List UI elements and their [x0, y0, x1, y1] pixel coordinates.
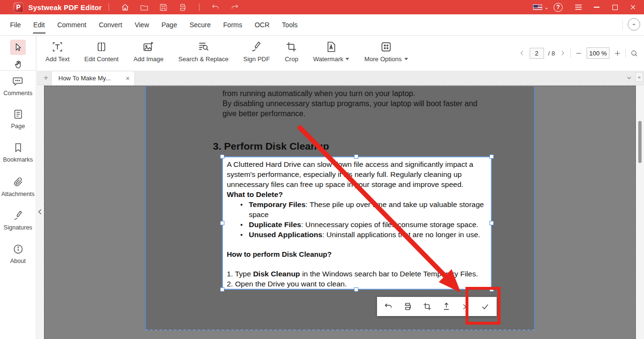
page-text-line: give better performance.	[222, 109, 305, 118]
vertical-scrollbar[interactable]	[638, 121, 642, 163]
collapse-ribbon-button[interactable]	[628, 18, 640, 31]
menu-button[interactable]	[571, 1, 586, 13]
pdf-page[interactable]: from running automatically when you turn…	[145, 87, 535, 330]
undo-button[interactable]	[380, 298, 397, 315]
cancel-button[interactable]	[457, 298, 474, 315]
maximize-button[interactable]	[608, 1, 622, 13]
resize-handle-mid-left[interactable]	[220, 221, 224, 225]
zoom-out-button[interactable]	[575, 50, 582, 57]
zoom-in-button[interactable]	[614, 50, 621, 57]
prev-page-button[interactable]	[519, 50, 525, 56]
add-image-icon	[142, 41, 155, 53]
resize-handle-bottom-center[interactable]	[354, 287, 358, 292]
search-replace-icon	[197, 41, 210, 53]
textbox-how-heading: How to perform Disk Cleanup?	[227, 249, 487, 259]
current-page-input[interactable]	[530, 48, 544, 59]
menu-ocr[interactable]: OCR	[248, 18, 276, 32]
add-image-button[interactable]: Add Image	[133, 40, 165, 64]
watermark-button[interactable]: Watermark	[312, 40, 350, 64]
home-button[interactable]	[119, 1, 132, 13]
checkmark-icon	[480, 302, 490, 311]
minimize-button[interactable]	[589, 1, 604, 13]
document-tab[interactable]: How To Make My... ×	[51, 71, 135, 85]
undo-icon	[384, 302, 393, 311]
save-icon	[159, 3, 168, 12]
resize-handle-mid-right[interactable]	[489, 221, 494, 225]
help-button[interactable]: ?	[554, 3, 563, 12]
save-button[interactable]	[157, 1, 170, 13]
titlebar-separator	[199, 3, 200, 11]
close-icon	[462, 303, 470, 311]
menu-comment[interactable]: Comment	[51, 18, 93, 32]
right-panel-collapse-button[interactable]: «	[635, 72, 643, 82]
resize-handle-top-right[interactable]	[489, 154, 494, 159]
undo-button[interactable]	[210, 1, 222, 13]
export-button[interactable]	[438, 298, 455, 315]
close-window-button[interactable]	[626, 1, 640, 13]
print-button[interactable]	[177, 1, 189, 13]
crop-button[interactable]: Crop	[284, 40, 299, 64]
maximize-icon	[612, 5, 618, 10]
open-file-button[interactable]	[138, 1, 151, 13]
page-text-line: from running automatically when you turn…	[222, 89, 415, 98]
menu-page[interactable]: Page	[155, 18, 184, 32]
sidebar-divider	[0, 70, 36, 71]
menu-edit[interactable]: Edit	[27, 18, 51, 32]
menu-view[interactable]: View	[128, 18, 155, 32]
object-toolbar	[377, 297, 497, 316]
menu-file[interactable]: File	[4, 18, 27, 32]
more-options-icon	[380, 41, 392, 53]
add-text-button[interactable]: Add Text	[44, 40, 70, 64]
cursor-arrow-icon	[13, 43, 23, 52]
tab-title: How To Make My...	[58, 75, 122, 82]
hamburger-icon	[574, 3, 583, 11]
menu-forms[interactable]: Forms	[217, 18, 249, 32]
sidebar-item-comments[interactable]: Comments	[0, 75, 36, 97]
new-tab-button[interactable]: +	[41, 73, 51, 83]
dropdown-caret-icon	[345, 58, 349, 60]
sidebar-item-about[interactable]: About	[0, 243, 36, 264]
menu-convert[interactable]: Convert	[92, 18, 128, 32]
edit-content-icon	[95, 41, 108, 53]
print-icon	[403, 302, 412, 311]
tab-close-button[interactable]: ×	[126, 75, 130, 82]
titlebar: P Systweak PDF Editor ⌄ ?	[0, 0, 644, 14]
resize-handle-bottom-left[interactable]	[220, 287, 224, 292]
language-flag-icon[interactable]	[533, 4, 542, 10]
minimize-icon	[594, 7, 600, 8]
select-tool-button[interactable]	[10, 40, 26, 55]
redo-button[interactable]	[229, 1, 241, 13]
tab-list-button[interactable]	[626, 75, 633, 83]
print-button[interactable]	[400, 298, 416, 315]
search-replace-button[interactable]: Search & Replace	[178, 40, 230, 64]
sidebar-item-attachments[interactable]: Attachments	[0, 176, 36, 197]
left-panel-handle[interactable]	[37, 208, 42, 217]
search-button[interactable]	[630, 49, 638, 57]
sidebar-item-signatures[interactable]: Signatures	[0, 210, 36, 231]
sidebar-item-bookmarks[interactable]: Bookmarks	[0, 142, 36, 163]
app-title: Systweak PDF Editor	[28, 3, 102, 11]
watermark-icon	[325, 41, 337, 53]
resize-handle-top-center[interactable]	[354, 154, 358, 159]
language-chevron-icon[interactable]: ⌄	[544, 4, 549, 11]
home-icon	[121, 3, 130, 12]
selected-text-box[interactable]: A Cluttered Hard Drive can slow down fil…	[222, 156, 492, 290]
crop-button[interactable]	[419, 298, 435, 315]
confirm-button[interactable]	[477, 298, 493, 315]
hand-icon	[13, 60, 23, 69]
menu-secure[interactable]: Secure	[183, 18, 217, 32]
resize-handle-bottom-right[interactable]	[489, 287, 494, 292]
comments-icon	[12, 75, 24, 87]
dropdown-caret-icon	[404, 58, 408, 60]
more-options-button[interactable]: More Options	[363, 40, 409, 64]
sign-pdf-button[interactable]: Sign PDF	[243, 40, 271, 64]
resize-handle-top-left[interactable]	[220, 154, 224, 159]
page-icon	[12, 109, 24, 120]
zoom-level-input[interactable]	[587, 47, 610, 59]
tabbar: + How To Make My... × «	[37, 71, 644, 85]
toolbar-separator	[625, 48, 626, 58]
sidebar-item-page[interactable]: Page	[0, 109, 36, 130]
next-page-button[interactable]	[559, 50, 566, 56]
menu-tools[interactable]: Tools	[276, 18, 304, 32]
edit-content-button[interactable]: Edit Content	[83, 40, 120, 64]
